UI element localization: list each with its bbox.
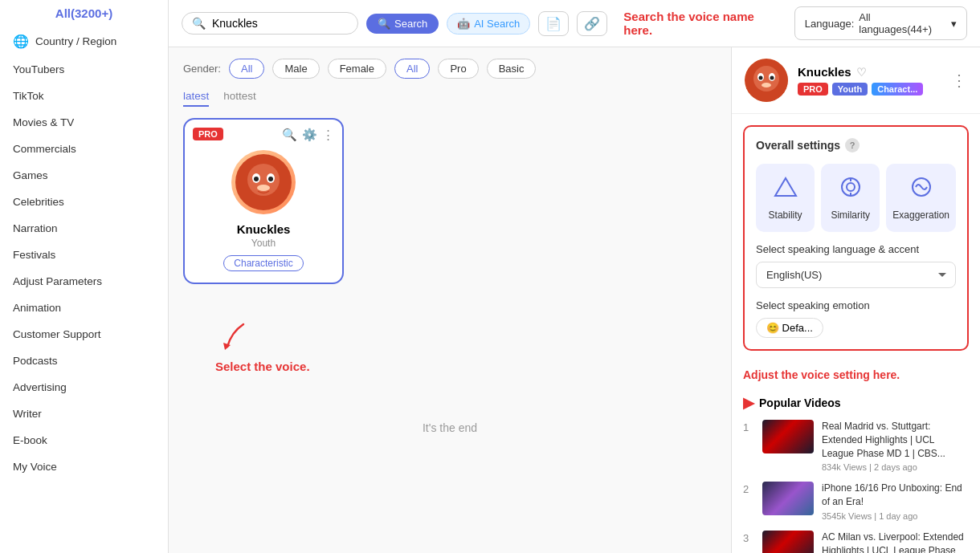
sidebar-item-animation[interactable]: Animation bbox=[0, 295, 168, 321]
similarity-label: Similarity bbox=[831, 209, 870, 221]
sidebar-item-label: Narration bbox=[13, 222, 58, 234]
video-item-2[interactable]: 2 iPhone 16/16 Pro Unboxing: End of an E… bbox=[743, 482, 969, 521]
search-button[interactable]: 🔍 Search bbox=[366, 14, 439, 34]
tag-pro: PRO bbox=[798, 83, 828, 96]
gender-female-button[interactable]: Female bbox=[328, 59, 386, 79]
help-icon[interactable]: ? bbox=[845, 138, 860, 152]
sidebar-item-my-voice[interactable]: My Voice bbox=[0, 453, 168, 480]
sidebar-item-movies-tv[interactable]: Movies & TV bbox=[0, 109, 168, 136]
sidebar-item-label: Games bbox=[13, 169, 48, 181]
chevron-down-icon: ▾ bbox=[951, 18, 957, 30]
video-num-3: 3 bbox=[743, 532, 754, 544]
ai-icon: 🤖 bbox=[457, 18, 470, 30]
voice-name: Knuckles bbox=[196, 222, 331, 236]
select-voice-annotation: Select the voice. bbox=[215, 360, 310, 373]
video-thumb-1 bbox=[762, 420, 814, 453]
more-options-button[interactable]: ⋮ bbox=[951, 71, 967, 90]
sidebar-item-label: Podcasts bbox=[13, 355, 58, 367]
sidebar-item-games[interactable]: Games bbox=[0, 162, 168, 189]
end-text: It's the end bbox=[183, 421, 717, 434]
sidebar-item-podcasts[interactable]: Podcasts bbox=[0, 348, 168, 374]
tier-all-button[interactable]: All bbox=[394, 59, 430, 79]
tag-char: Charact... bbox=[872, 83, 923, 96]
sidebar-item-narration[interactable]: Narration bbox=[0, 215, 168, 242]
sidebar-item-customer-support[interactable]: Customer Support bbox=[0, 321, 168, 348]
sidebar-item-label: Commercials bbox=[13, 143, 76, 155]
sidebar-item-festivals[interactable]: Festivals bbox=[0, 242, 168, 268]
tab-latest[interactable]: latest bbox=[183, 90, 209, 107]
heart-icon[interactable]: ♡ bbox=[856, 66, 867, 79]
sidebar-all-label[interactable]: All(3200+) bbox=[0, 0, 168, 26]
svg-point-14 bbox=[762, 83, 771, 87]
search-annotation: Search the voice name here. bbox=[623, 10, 786, 37]
gender-label: Gender: bbox=[183, 63, 221, 75]
settings-icons: Stability Similarity bbox=[756, 164, 956, 232]
sidebar-item-tiktok[interactable]: TikTok bbox=[0, 83, 168, 109]
sidebar-item-advertising[interactable]: Advertising bbox=[0, 374, 168, 401]
sidebar-item-country-region[interactable]: 🌐 Country / Region bbox=[0, 26, 168, 56]
sidebar-item-label: Adjust Parameters bbox=[13, 275, 102, 287]
popular-videos-section: ▶ Popular Videos 1 Real Madrid vs. Stutt… bbox=[732, 388, 980, 553]
topbar: 🔍 🔍 Search 🤖 AI Search 📄 🔗 Search the vo… bbox=[169, 0, 980, 47]
video-thumb-2 bbox=[762, 482, 814, 515]
main-panel: 🔍 🔍 Search 🤖 AI Search 📄 🔗 Search the vo… bbox=[169, 0, 980, 553]
sidebar-item-label: YouTubers bbox=[13, 63, 64, 75]
profile-name: Knuckles ♡ bbox=[798, 65, 923, 79]
video-title-1: Real Madrid vs. Stuttgart: Extended High… bbox=[822, 420, 969, 460]
sidebar-item-adjust-parameters[interactable]: Adjust Parameters bbox=[0, 268, 168, 295]
magnify-icon[interactable]: 🔍 bbox=[282, 128, 297, 142]
search-input[interactable] bbox=[212, 17, 308, 30]
video-title-2: iPhone 16/16 Pro Unboxing: End of an Era… bbox=[822, 482, 969, 509]
gender-all-button[interactable]: All bbox=[229, 59, 264, 79]
exaggeration-label: Exaggeration bbox=[892, 209, 949, 221]
tab-row: latest hottest bbox=[183, 90, 717, 107]
video-info-3: AC Milan vs. Liverpool: Extended Highlig… bbox=[822, 531, 969, 553]
settings-icon[interactable]: ⚙️ bbox=[302, 128, 317, 142]
sidebar-item-writer[interactable]: Writer bbox=[0, 401, 168, 427]
sidebar-item-e-book[interactable]: E-book bbox=[0, 427, 168, 453]
card-icons: 🔍 ⚙️ ⋮ bbox=[282, 128, 334, 142]
video-meta-1: 834k Views | 2 days ago bbox=[822, 462, 969, 472]
emotion-button[interactable]: 😊 Defa... bbox=[756, 318, 823, 338]
video-title-3: AC Milan vs. Liverpool: Extended Highlig… bbox=[822, 531, 969, 553]
sidebar-item-label: Customer Support bbox=[13, 328, 101, 340]
gender-male-button[interactable]: Male bbox=[272, 59, 319, 79]
emotion-label: Select speaking emotion bbox=[756, 299, 956, 311]
language-accent-dropdown[interactable]: English(US) bbox=[756, 262, 956, 288]
sidebar-item-label: TikTok bbox=[13, 90, 44, 102]
video-num-1: 1 bbox=[743, 421, 754, 433]
tab-hottest[interactable]: hottest bbox=[223, 90, 256, 107]
sidebar-item-youtubers[interactable]: YouTubers bbox=[0, 56, 168, 83]
sidebar-item-commercials[interactable]: Commercials bbox=[0, 136, 168, 162]
stability-label: Stability bbox=[769, 209, 802, 221]
sidebar-item-label: E-book bbox=[13, 434, 47, 446]
right-panel: Knuckles ♡ PRO Youth Charact... ⋮ Overal… bbox=[731, 47, 980, 553]
popular-videos-title: ▶ Popular Videos bbox=[743, 394, 969, 412]
tier-basic-button[interactable]: Basic bbox=[487, 59, 537, 79]
video-meta-2: 3545k Views | 1 day ago bbox=[822, 511, 969, 521]
language-label: Language: bbox=[805, 18, 854, 30]
link-icon-button[interactable]: 🔗 bbox=[577, 11, 607, 36]
settings-box: Overall settings ? Stability bbox=[743, 125, 969, 351]
similarity-setting[interactable]: Similarity bbox=[821, 164, 880, 232]
adjust-annotation-text: Adjust the voice setting here. bbox=[743, 368, 900, 381]
voice-card[interactable]: PRO 🔍 ⚙️ ⋮ bbox=[183, 118, 344, 284]
settings-title: Overall settings ? bbox=[756, 138, 956, 152]
svg-point-4 bbox=[254, 177, 259, 181]
globe-icon: 🌐 bbox=[13, 34, 29, 49]
stability-setting[interactable]: Stability bbox=[756, 164, 815, 232]
ai-search-button[interactable]: 🤖 AI Search bbox=[447, 13, 530, 35]
sidebar-item-celebrities[interactable]: Celebrities bbox=[0, 189, 168, 215]
video-item-3[interactable]: 3 AC Milan vs. Liverpool: Extended Highl… bbox=[743, 531, 969, 553]
sidebar-item-label: Country / Region bbox=[35, 35, 116, 47]
search-btn-label: Search bbox=[394, 18, 427, 30]
more-icon[interactable]: ⋮ bbox=[322, 128, 334, 142]
adjust-annotation: Adjust the voice setting here. bbox=[732, 362, 980, 388]
language-selector[interactable]: Language: All languages(44+) ▾ bbox=[794, 6, 967, 40]
tier-pro-button[interactable]: Pro bbox=[438, 59, 478, 79]
sidebar-item-label: Celebrities bbox=[13, 196, 64, 208]
profile-section: Knuckles ♡ PRO Youth Charact... ⋮ bbox=[732, 47, 980, 114]
document-icon-button[interactable]: 📄 bbox=[538, 11, 569, 36]
video-item-1[interactable]: 1 Real Madrid vs. Stuttgart: Extended Hi… bbox=[743, 420, 969, 472]
exaggeration-setting[interactable]: Exaggeration bbox=[886, 164, 956, 232]
